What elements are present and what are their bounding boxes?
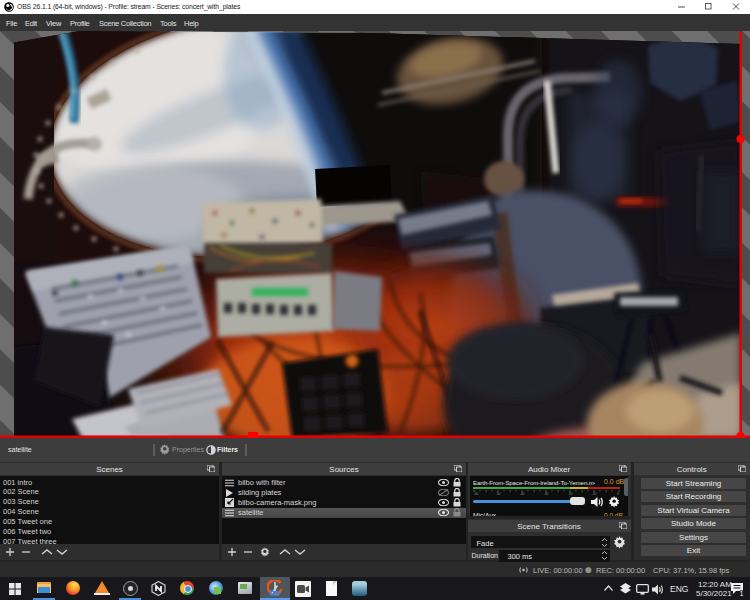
svg-text:-20: -20 (568, 492, 573, 495)
svg-text:-30: -30 (544, 492, 549, 495)
svg-text:-60: -60 (474, 492, 479, 495)
svg-text:-40: -40 (520, 492, 525, 495)
svg-text:-10: -10 (592, 492, 597, 495)
svg-text:0: 0 (617, 492, 619, 495)
svg-text:-50: -50 (496, 492, 501, 495)
svg-text:1: 1 (740, 589, 744, 596)
